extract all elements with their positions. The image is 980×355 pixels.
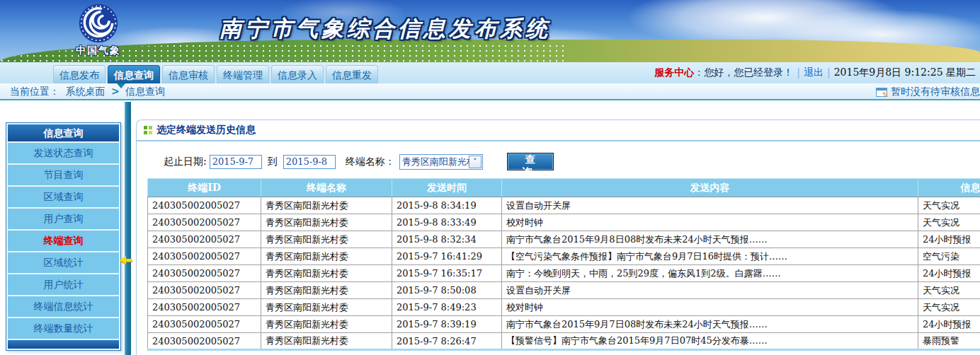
breadcrumb-root-link[interactable]: 系统桌面 [65,86,105,97]
table-cell: 240305002005027 [148,231,261,248]
table-cell: 2015-9-7 8:50:08 [392,282,502,299]
service-center-label: 服务中心 [654,66,694,78]
sidebar-item[interactable]: 区域查询 [8,187,119,207]
table-row[interactable]: 240305002005027青秀区南阳新光村委2015-9-7 8:49:23… [148,299,980,316]
breadcrumb-current-link[interactable]: 信息查询 [125,86,165,97]
table-row[interactable]: 240305002005027青秀区南阳新光村委2015-9-8 8:33:49… [148,214,980,231]
table-cell: 天气实况 [918,214,980,231]
nav-tabs: 信息发布信息查询信息审核终端管理信息录入信息重发 [53,65,378,83]
table-row[interactable]: 240305002005027青秀区南阳新光村委2015-9-7 8:39:19… [148,316,980,333]
table-row[interactable]: 240305002005027青秀区南阳新光村委2015-9-7 16:41:2… [148,248,980,265]
table-cell: 240305002005027 [148,265,261,282]
grid-blocks-icon [144,126,152,134]
table-row[interactable]: 240305002005027青秀区南阳新光村委2015-9-7 8:26:47… [148,333,980,350]
table-cell: 青秀区南阳新光村委 [261,197,392,214]
sidebar-item[interactable]: 终端信息统计 [8,296,119,317]
table-cell: 【预警信号】南宁市气象台2015年9月7日07时45分发布暴…… [502,333,918,350]
table-cell: 青秀区南阳新光村委 [261,248,392,265]
nav-tab[interactable]: 信息重发 [326,65,378,83]
table-cell: 2015-9-7 8:49:23 [392,299,502,316]
table-row[interactable]: 240305002005027青秀区南阳新光村委2015-9-8 8:32:34… [148,231,980,248]
sidebar-item[interactable]: 发送状态查询 [8,143,119,163]
datetime-text: 2015年9月8日 9:12:25 星期二 [834,66,976,78]
collapse-sidebar-arrow-icon[interactable] [120,256,126,264]
cma-logo: 中国气象 [59,3,137,57]
terminal-name-label: 终端名称： [346,156,395,168]
table-cell: 设置自动开关屏 [502,282,918,299]
column-header: 信息位 [918,179,980,197]
navbar: 信息发布信息查询信息审核终端管理信息录入信息重发 服务中心：您好，您已经登录！|… [0,62,980,83]
nav-tab[interactable]: 信息审核 [162,65,215,83]
table-cell: 240305002005027 [148,214,261,231]
logout-link[interactable]: 退出 [804,66,824,78]
content-area: 信息查询 发送状态查询节目查询区域查询用户查询终端查询区域统计用户统计终端信息统… [0,102,980,355]
nav-tab[interactable]: 信息发布 [53,65,106,83]
breadcrumb-bar: 当前位置： 系统桌面 > 信息查询 暂时没有待审核信息 [0,83,980,100]
table-cell: 24小时预报 [918,316,980,333]
table-row[interactable]: 240305002005027青秀区南阳新光村委2015-9-7 16:35:1… [148,265,980,282]
sidebar-items: 发送状态查询节目查询区域查询用户查询终端查询区域统计用户统计终端信息统计终端数量… [8,143,119,339]
logo-text: 中国气象 [59,45,137,57]
date-from-input[interactable] [210,155,262,169]
date-to-input[interactable] [283,155,336,169]
page-title: 南宁市气象综合信息发布系统 [220,14,551,44]
sidebar-item[interactable]: 用户统计 [8,274,119,295]
table-cell: 青秀区南阳新光村委 [261,265,392,282]
table-cell: 240305002005027 [148,299,261,316]
table-cell: 天气实况 [918,282,980,299]
sidebar-item[interactable]: 终端数量统计 [8,318,119,339]
table-cell: 青秀区南阳新光村委 [261,282,392,299]
breadcrumb: 当前位置： 系统桌面 > 信息查询 [10,86,168,98]
review-notice-text: 暂时没有待审核信息 [891,86,980,98]
sidebar-divider-bar[interactable] [125,102,131,355]
table-cell: 240305002005027 [148,197,261,214]
chevron-down-icon[interactable]: ˅ [469,156,482,168]
nav-tab[interactable]: 终端管理 [217,65,269,83]
table-cell: 青秀区南阳新光村委 [261,299,392,316]
banner: 中国气象 南宁市气象综合信息发布系统 [0,0,980,62]
column-header: 发送内容 [502,179,918,197]
terminal-select[interactable]: 青秀区南阳新光村委 ˅ [399,154,483,170]
nav-tab[interactable]: 信息录入 [271,65,324,83]
sidebar-footer [8,340,119,349]
nav-tab[interactable]: 信息查询 [108,65,160,83]
greeting-text: ：您好，您已经登录！ [694,66,793,78]
sidebar-header: 信息查询 [8,124,119,141]
table-cell: 校对时钟 [502,214,918,231]
user-info: 服务中心：您好，您已经登录！|退出|2015年9月8日 9:12:25 星期二 [654,66,976,79]
sidebar-item[interactable]: 节目查询 [8,165,119,185]
table-cell: 240305002005027 [148,333,261,350]
table-cell: 2015-9-7 16:41:29 [392,248,502,265]
table-cell: 2015-9-7 8:26:47 [392,333,502,350]
separator: | [797,66,800,78]
query-button[interactable]: 查 询 [507,153,554,170]
table-cell: 暴雨预警 [918,333,980,350]
column-header: 终端名称 [261,179,392,197]
table-cell: 南宁市气象台2015年9月8日08时发布未来24小时天气预报…… [502,231,918,248]
history-table: 终端ID终端名称发送时间发送内容信息位 240305002005027青秀区南阳… [147,178,980,351]
main-panel: 选定终端发送历史信息 起止日期: 到 终端名称： 青秀区南阳新光村委 ˅ 查 询… [136,120,980,355]
separator: | [827,66,831,78]
table-row[interactable]: 240305002005027青秀区南阳新光村委2015-9-8 8:34:19… [148,197,980,214]
table-cell: 【空气污染气象条件预报】南宁市气象台9月7日16时提供：预计…… [502,248,918,265]
table-cell: 2015-9-7 8:39:19 [392,316,502,333]
table-cell: 青秀区南阳新光村委 [261,214,392,231]
table-cell: 空气污染 [918,248,980,265]
breadcrumb-label: 当前位置： [10,86,59,97]
table-cell: 天气实况 [918,197,980,214]
table-row[interactable]: 240305002005027青秀区南阳新光村委2015-9-7 8:50:08… [148,282,980,299]
sidebar-item[interactable]: 终端查询 [8,231,119,251]
table-cell: 24小时预报 [918,265,980,282]
table-header-row: 终端ID终端名称发送时间发送内容信息位 [148,179,980,197]
panel-title: 选定终端发送历史信息 [156,124,256,136]
notepad-pencil-icon [876,88,887,97]
query-form: 起止日期: 到 终端名称： 青秀区南阳新光村委 ˅ 查 询 [164,153,980,170]
table-cell: 2015-9-8 8:32:34 [392,231,502,248]
sidebar-item[interactable]: 区域统计 [8,252,119,273]
breadcrumb-separator: > [111,86,120,97]
sidebar-item[interactable]: 用户查询 [8,209,119,229]
table-cell: 240305002005027 [148,248,261,265]
table-cell: 2015-9-7 16:35:17 [392,265,502,282]
cma-spiral-icon [78,3,119,44]
date-range-label: 起止日期: [164,156,207,168]
